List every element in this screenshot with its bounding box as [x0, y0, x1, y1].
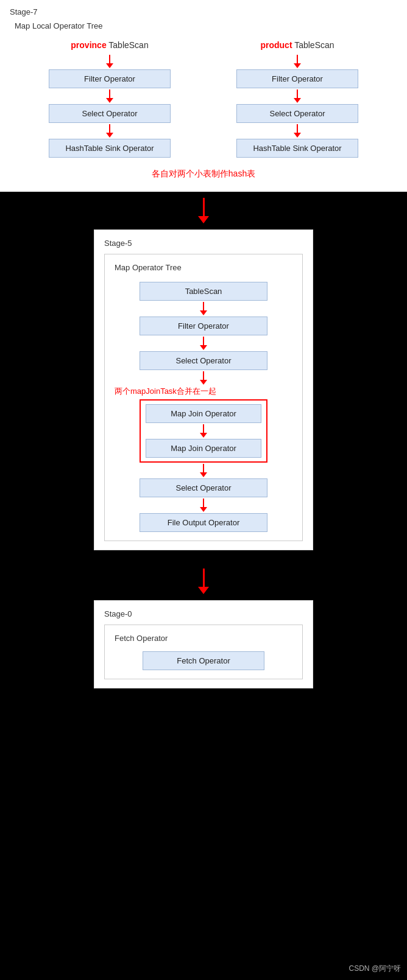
stage7-left-prefix: province	[71, 40, 106, 50]
stage0-card: Stage-0 Fetch Operator Fetch Operator	[94, 600, 313, 688]
arrow-head	[200, 310, 207, 315]
stage7-left-op3: HashTable Sink Operator	[49, 139, 171, 158]
stage5-arrow1	[200, 302, 207, 315]
stage7-left-suffix: TableScan	[107, 40, 149, 50]
arrow-head	[294, 63, 301, 68]
arrow-head	[106, 98, 113, 103]
stage7-label: Stage-7	[10, 7, 397, 16]
connector-5-to-0	[0, 562, 407, 600]
map-join-group: Map Join Operator Map Join Operator	[140, 399, 267, 463]
stage7-annotation: 各自对两个小表制作hash表	[10, 166, 397, 182]
stage7-left-col: province TableScan Filter Operator Selec…	[43, 40, 177, 158]
stage7-left-op2: Select Operator	[49, 104, 171, 123]
arrow-line	[203, 424, 204, 433]
stage7-tree-label: Map Local Operator Tree	[10, 21, 397, 30]
big-arrow-head	[198, 587, 209, 594]
big-arrow-1	[198, 198, 209, 223]
stage7-right-tablescan: product TableScan	[260, 40, 334, 50]
fetch-outer-box: Fetch Operator Fetch Operator	[104, 625, 303, 679]
big-arrow-line	[203, 198, 205, 216]
connector-7-to-5	[0, 192, 407, 229]
fetch-inner-box: Fetch Operator	[143, 651, 264, 670]
stage7-right-op2: Select Operator	[236, 104, 358, 123]
stage5-map-join2: Map Join Operator	[146, 439, 261, 458]
stage7-left-tablescan: province TableScan	[71, 40, 148, 50]
stage5-tree-label: Map Operator Tree	[115, 263, 292, 272]
stage7-right-prefix: product	[260, 40, 292, 50]
stage5-tree-box: Map Operator Tree TableScan Filter Opera…	[104, 254, 303, 541]
arrow-line	[297, 55, 298, 63]
stage7-container: Stage-7 Map Local Operator Tree province…	[0, 0, 407, 192]
stage5-arrow3	[200, 371, 207, 385]
arrow3-left	[106, 124, 113, 138]
arrow-head	[294, 133, 301, 138]
stage5-label: Stage-5	[104, 239, 303, 248]
stage7-right-op3: HashTable Sink Operator	[236, 139, 358, 158]
arrow-head	[106, 133, 113, 138]
arrow-line	[203, 302, 204, 310]
stage5-op-tablescan: TableScan	[140, 282, 267, 301]
arrow-head	[200, 345, 207, 350]
stage5-wrapper: Stage-5 Map Operator Tree TableScan Filt…	[0, 229, 407, 550]
stage7-left-op1: Filter Operator	[49, 69, 171, 88]
arrow-head	[200, 433, 207, 438]
stage7-two-col: province TableScan Filter Operator Selec…	[10, 40, 397, 158]
stage7-right-op1: Filter Operator	[236, 69, 358, 88]
stage5-single-col: TableScan Filter Operator Select Operato…	[115, 282, 292, 532]
map-join-center: Map Join Operator Map Join Operator	[115, 399, 292, 463]
fetch-inner-wrapper: Fetch Operator	[115, 651, 292, 670]
arrow-line	[203, 499, 204, 507]
stage5-arrow2	[200, 337, 207, 350]
big-arrow-2	[198, 569, 209, 594]
arrow-line	[203, 464, 204, 472]
map-join-annotation: 两个mapJoinTask合并在一起	[115, 386, 216, 397]
stage7-right-suffix: TableScan	[292, 40, 334, 50]
arrow2-right	[294, 89, 301, 103]
arrow-line	[109, 55, 110, 63]
stage5-arrow4	[200, 464, 207, 477]
stage5-card: Stage-5 Map Operator Tree TableScan Filt…	[94, 229, 313, 550]
arrow-head	[106, 63, 113, 68]
arrow2-left	[106, 89, 113, 103]
arrow-line	[109, 89, 110, 98]
stage5-arrow5	[200, 499, 207, 512]
map-join-arrow	[200, 424, 207, 438]
arrow1-left	[106, 55, 113, 68]
arrow-head	[200, 472, 207, 477]
spacer-1	[0, 550, 407, 562]
arrow-line	[203, 371, 204, 380]
fetch-outer-label: Fetch Operator	[115, 634, 292, 643]
stage5-op-filter: Filter Operator	[140, 317, 267, 335]
arrow-head	[200, 380, 207, 385]
stage7-right-col: product TableScan Filter Operator Select…	[230, 40, 364, 158]
stage0-label: Stage-0	[104, 609, 303, 618]
arrow-line	[109, 124, 110, 133]
big-arrow-line	[203, 569, 205, 587]
arrow1-right	[294, 55, 301, 68]
map-join-section: 两个mapJoinTask合并在一起 Map Join Operator Map…	[115, 386, 292, 463]
arrow-line	[297, 124, 298, 133]
big-arrow-head	[198, 216, 209, 223]
arrow-head	[294, 98, 301, 103]
arrow3-right	[294, 124, 301, 138]
stage5-op-select1: Select Operator	[140, 351, 267, 370]
stage5-op-select2: Select Operator	[140, 478, 267, 497]
stage5-map-join1: Map Join Operator	[146, 404, 261, 423]
arrow-line	[297, 89, 298, 98]
stage0-wrapper: Stage-0 Fetch Operator Fetch Operator	[0, 600, 407, 713]
arrow-head	[200, 507, 207, 512]
arrow-line	[203, 337, 204, 345]
stage5-op-fileout: File Output Operator	[140, 513, 267, 532]
